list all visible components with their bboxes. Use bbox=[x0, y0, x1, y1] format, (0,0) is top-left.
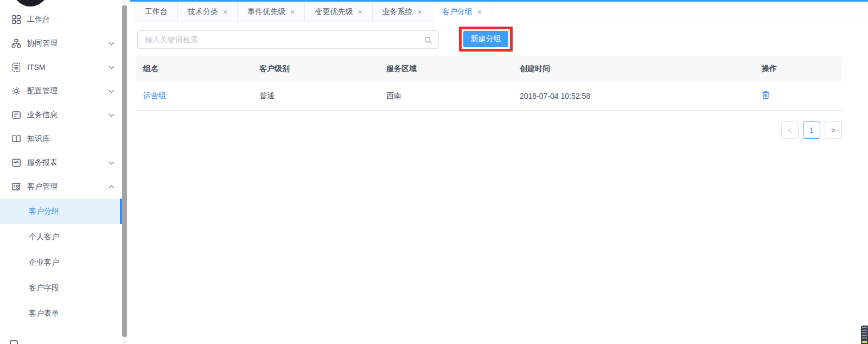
trash-icon bbox=[762, 91, 770, 99]
sidebar-item-label: 知识库 bbox=[27, 134, 114, 144]
chevron-down-icon bbox=[108, 90, 114, 93]
sidebar-subitem-label: 客户分组 bbox=[29, 207, 59, 216]
sidebar-item-collaboration[interactable]: 协同管理 bbox=[0, 31, 122, 55]
tab-bar: 工作台 技术分类 × 事件优先级 × 变更优先级 × 业务系统 × 客户分组 × bbox=[135, 2, 868, 22]
tab-change-priority[interactable]: 变更优先级 × bbox=[305, 2, 372, 22]
tab-workbench[interactable]: 工作台 bbox=[135, 2, 178, 22]
tab-label: 事件优先级 bbox=[247, 7, 285, 17]
doc-icon bbox=[11, 62, 21, 72]
book-icon bbox=[11, 134, 21, 144]
sidebar-item-service-reports[interactable]: 服务报表 bbox=[0, 151, 122, 175]
sidebar-subitem-individual-customers[interactable]: 个人客户 bbox=[0, 224, 122, 250]
chart-icon bbox=[11, 158, 21, 168]
pagination-page-1-button[interactable]: 1 bbox=[803, 122, 820, 139]
sidebar-subitem-label: 个人客户 bbox=[29, 232, 59, 242]
sidebar-subitem-customer-groups[interactable]: 客户分组 bbox=[0, 199, 122, 224]
contact-icon bbox=[11, 182, 21, 192]
cell-created-at: 2018-07-04 10:52:58 bbox=[512, 92, 754, 100]
sidebar-item-label: ITSM bbox=[27, 63, 108, 72]
close-icon[interactable]: × bbox=[418, 8, 422, 16]
sidebar-subitem-customer-forms[interactable]: 客户表单 bbox=[0, 301, 122, 326]
sidebar-item-label: 服务报表 bbox=[27, 158, 108, 168]
sidebar-scrollbar[interactable] bbox=[122, 0, 127, 344]
sidebar-item-label: 配置管理 bbox=[27, 86, 108, 96]
chevron-down-icon bbox=[108, 161, 114, 165]
sidebar: 工作台 协同管理 ITSM bbox=[0, 0, 127, 344]
tab-label: 客户分组 bbox=[442, 7, 473, 17]
clipped-menu-icon bbox=[10, 340, 18, 344]
org-icon bbox=[11, 39, 21, 48]
tab-label: 工作台 bbox=[145, 7, 168, 17]
main-content: 工作台 技术分类 × 事件优先级 × 变更优先级 × 业务系统 × 客户分组 × bbox=[127, 0, 868, 344]
table-header-row: 组名 客户级别 服务区域 创建时间 操作 bbox=[136, 56, 842, 81]
sidebar-subitem-label: 客户字段 bbox=[29, 283, 59, 293]
column-header-created-at: 创建时间 bbox=[512, 64, 754, 74]
sidebar-item-customer-management[interactable]: 客户管理 bbox=[0, 175, 122, 199]
loading-progress-bar bbox=[130, 0, 868, 2]
user-avatar[interactable] bbox=[12, 0, 48, 7]
sidebar-item-label: 协同管理 bbox=[27, 39, 108, 48]
sidebar-scrollbar-thumb[interactable] bbox=[122, 5, 127, 337]
chevron-up-icon bbox=[108, 185, 114, 189]
cell-customer-level: 普通 bbox=[252, 91, 379, 101]
sidebar-item-configuration[interactable]: 配置管理 bbox=[0, 79, 122, 103]
sidebar-item-label: 客户管理 bbox=[27, 182, 108, 192]
tab-bar-filler bbox=[492, 2, 868, 22]
column-header-actions: 操作 bbox=[754, 64, 842, 74]
cell-service-region: 西南 bbox=[379, 91, 512, 101]
sidebar-item-business-info[interactable]: 业务信息 bbox=[0, 103, 122, 127]
search-box bbox=[137, 30, 439, 49]
sidebar-subitem-enterprise-customers[interactable]: 企业客户 bbox=[0, 250, 122, 275]
column-header-customer-level: 客户级别 bbox=[252, 64, 379, 74]
close-icon[interactable]: × bbox=[477, 8, 482, 16]
sidebar-item-itsm[interactable]: ITSM bbox=[0, 55, 122, 79]
group-name-link[interactable]: 运营组 bbox=[143, 91, 166, 100]
tab-tech-category[interactable]: 技术分类 × bbox=[178, 2, 238, 22]
sidebar-subitem-customer-fields[interactable]: 客户字段 bbox=[0, 275, 122, 301]
search-icon[interactable] bbox=[424, 36, 432, 44]
sidebar-item-knowledge-base[interactable]: 知识库 bbox=[0, 127, 122, 151]
tab-label: 业务系统 bbox=[382, 7, 413, 17]
tab-label: 变更优先级 bbox=[315, 7, 353, 17]
sidebar-subitem-label: 企业客户 bbox=[29, 258, 59, 267]
column-header-group-name: 组名 bbox=[136, 64, 252, 74]
pagination-next-button[interactable]: > bbox=[825, 122, 842, 139]
pagination: < 1 > bbox=[781, 122, 842, 139]
sidebar-menu: 工作台 协同管理 ITSM bbox=[0, 8, 122, 326]
customer-groups-table: 组名 客户级别 服务区域 创建时间 操作 运营组 普通 西南 2018-07-0… bbox=[136, 56, 842, 111]
search-input[interactable] bbox=[138, 31, 438, 48]
scrollbar-highlight bbox=[862, 341, 867, 343]
note-icon bbox=[11, 110, 21, 120]
annotation-highlight-box: 新建分组 bbox=[459, 27, 513, 52]
table-row: 运营组 普通 西南 2018-07-04 10:52:58 bbox=[136, 81, 842, 111]
pagination-prev-button[interactable]: < bbox=[781, 122, 799, 139]
tab-label: 技术分类 bbox=[188, 7, 218, 17]
tab-business-system[interactable]: 业务系统 × bbox=[373, 2, 432, 22]
tab-incident-priority[interactable]: 事件优先级 × bbox=[238, 2, 305, 22]
chevron-down-icon bbox=[108, 42, 114, 46]
sidebar-item-workbench[interactable]: 工作台 bbox=[0, 8, 122, 31]
page-scrollbar-thumb[interactable] bbox=[861, 326, 868, 344]
scrollbar-grip-stripes bbox=[862, 327, 867, 340]
sidebar-item-label: 工作台 bbox=[27, 15, 114, 24]
tab-customer-groups[interactable]: 客户分组 × bbox=[432, 2, 492, 22]
close-icon[interactable]: × bbox=[358, 8, 362, 16]
close-icon[interactable]: × bbox=[223, 8, 227, 16]
grid-icon bbox=[11, 15, 21, 24]
column-header-service-region: 服务区域 bbox=[379, 64, 512, 74]
close-icon[interactable]: × bbox=[290, 8, 295, 16]
sidebar-item-label: 业务信息 bbox=[27, 110, 108, 120]
delete-button[interactable] bbox=[762, 91, 770, 99]
new-group-button[interactable]: 新建分组 bbox=[463, 31, 508, 47]
chevron-down-icon bbox=[108, 113, 114, 117]
sidebar-subitem-label: 客户表单 bbox=[29, 309, 59, 318]
chevron-down-icon bbox=[108, 66, 114, 69]
gear-icon bbox=[11, 86, 21, 96]
